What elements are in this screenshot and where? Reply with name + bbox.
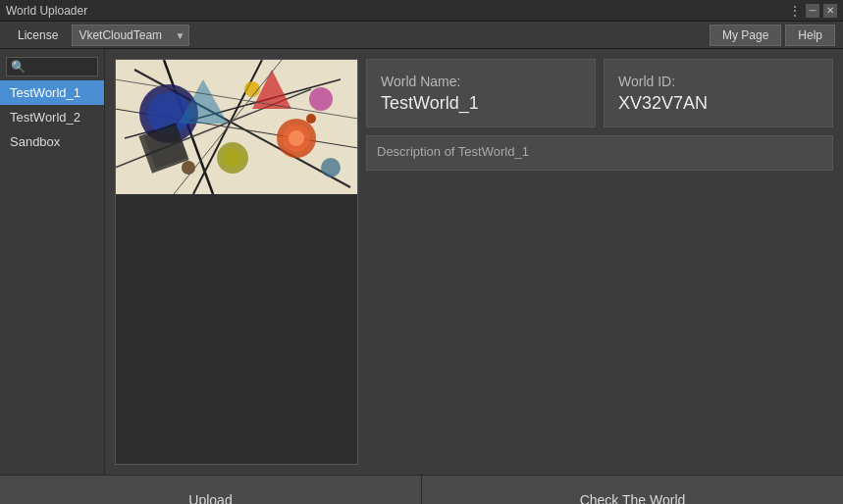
description-box: Description of TestWorld_1 — [366, 135, 833, 171]
app-title: World Uploader — [6, 4, 87, 18]
svg-point-11 — [289, 130, 304, 146]
title-bar: World Uploader ⋮ ─ ✕ — [0, 0, 843, 22]
world-id-box: World ID: XV32V7AN — [604, 59, 833, 127]
world-name-label: World Name: — [381, 74, 581, 89]
menu-license[interactable]: License — [8, 25, 68, 46]
sidebar-item-testworld2[interactable]: TestWorld_2 — [0, 105, 104, 129]
account-dropdown[interactable]: VketCloudTeam — [72, 25, 189, 46]
upload-button[interactable]: Upload — [0, 476, 422, 504]
close-button[interactable]: ✕ — [823, 4, 837, 18]
title-controls: ⋮ ─ ✕ — [788, 3, 837, 19]
content-area: World Name: TestWorld_1 World ID: XV32V7… — [105, 49, 843, 475]
sidebar-item-testworld1[interactable]: TestWorld_1 — [0, 80, 104, 105]
svg-point-21 — [182, 161, 195, 175]
world-thumbnail — [115, 60, 358, 194]
world-id-value: XV32V7AN — [618, 93, 818, 114]
main-layout: TestWorld_1 TestWorld_2 Sandbox — [0, 49, 843, 475]
svg-point-22 — [306, 114, 316, 124]
search-wrap — [0, 53, 104, 80]
menu-bar: License VketCloudTeam ▼ My Page Help — [0, 22, 843, 49]
name-id-row: World Name: TestWorld_1 World ID: XV32V7… — [366, 59, 833, 127]
thumbnail-box — [115, 59, 358, 465]
account-dropdown-wrap: VketCloudTeam ▼ — [72, 25, 189, 46]
sidebar-item-sandbox[interactable]: Sandbox — [0, 129, 104, 154]
svg-point-13 — [223, 148, 242, 168]
world-details-panel: World Name: TestWorld_1 World ID: XV32V7… — [366, 59, 833, 465]
svg-point-20 — [321, 158, 341, 177]
thumbnail-empty-area — [115, 194, 358, 303]
check-world-button[interactable]: Check The World — [422, 476, 843, 504]
top-info-row: World Name: TestWorld_1 World ID: XV32V7… — [115, 59, 833, 465]
title-bar-left: World Uploader — [6, 4, 87, 18]
description-text: Description of TestWorld_1 — [377, 144, 529, 159]
menu-bar-right: My Page Help — [710, 25, 835, 46]
world-name-value: TestWorld_1 — [381, 93, 581, 114]
world-id-label: World ID: — [618, 74, 818, 89]
search-input[interactable] — [6, 57, 98, 76]
svg-point-14 — [309, 87, 333, 111]
thumbnail-inner — [115, 60, 358, 303]
minimize-button[interactable]: ─ — [806, 4, 819, 18]
account-selector: VketCloudTeam ▼ — [72, 25, 189, 46]
action-bar: Upload Check The World — [0, 475, 843, 504]
help-button[interactable]: Help — [785, 25, 835, 46]
my-page-button[interactable]: My Page — [710, 25, 781, 46]
menu-dots-icon[interactable]: ⋮ — [788, 3, 802, 19]
sidebar: TestWorld_1 TestWorld_2 Sandbox — [0, 49, 105, 475]
world-name-box: World Name: TestWorld_1 — [366, 59, 596, 127]
